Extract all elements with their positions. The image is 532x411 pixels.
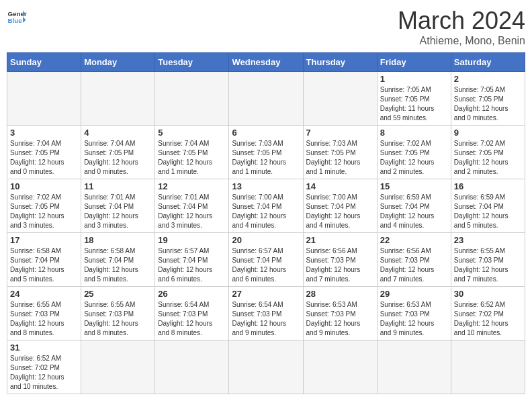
day-number: 26 (158, 289, 226, 299)
day-number: 8 (380, 128, 448, 138)
calendar-day-cell: 16Sunrise: 6:59 AM Sunset: 7:04 PM Dayli… (451, 179, 525, 233)
day-number: 28 (306, 289, 374, 299)
day-info: Sunrise: 7:00 AM Sunset: 7:04 PM Dayligh… (306, 193, 374, 230)
calendar-day-cell: 7Sunrise: 7:03 AM Sunset: 7:05 PM Daylig… (303, 126, 377, 179)
calendar-day-cell: 24Sunrise: 6:55 AM Sunset: 7:03 PM Dayli… (7, 287, 81, 340)
calendar-day-cell (81, 340, 155, 394)
day-number: 25 (84, 289, 152, 299)
calendar-day-cell (81, 72, 155, 126)
day-info: Sunrise: 7:04 AM Sunset: 7:05 PM Dayligh… (158, 139, 226, 177)
day-number: 5 (158, 128, 226, 138)
calendar-day-cell: 10Sunrise: 7:02 AM Sunset: 7:05 PM Dayli… (7, 179, 81, 233)
calendar-day-cell: 28Sunrise: 6:53 AM Sunset: 7:03 PM Dayli… (303, 287, 377, 340)
day-info: Sunrise: 7:02 AM Sunset: 7:05 PM Dayligh… (454, 139, 522, 177)
calendar-day-cell: 12Sunrise: 7:01 AM Sunset: 7:04 PM Dayli… (155, 179, 229, 233)
day-number: 7 (306, 128, 374, 138)
calendar-day-cell: 31Sunrise: 6:52 AM Sunset: 7:02 PM Dayli… (7, 340, 81, 394)
calendar-day-cell (451, 340, 525, 394)
day-info: Sunrise: 6:56 AM Sunset: 7:03 PM Dayligh… (380, 246, 448, 284)
calendar-week-row: 17Sunrise: 6:58 AM Sunset: 7:04 PM Dayli… (7, 233, 525, 287)
day-number: 30 (454, 289, 522, 299)
day-number: 16 (454, 181, 522, 191)
day-number: 9 (454, 128, 522, 138)
day-info: Sunrise: 7:00 AM Sunset: 7:04 PM Dayligh… (232, 193, 300, 230)
day-number: 3 (10, 128, 78, 138)
day-number: 17 (10, 235, 78, 245)
day-info: Sunrise: 7:05 AM Sunset: 7:05 PM Dayligh… (454, 85, 522, 123)
calendar-day-cell: 13Sunrise: 7:00 AM Sunset: 7:04 PM Dayli… (229, 179, 303, 233)
calendar-day-cell: 1Sunrise: 7:05 AM Sunset: 7:05 PM Daylig… (377, 72, 451, 126)
day-number: 23 (454, 235, 522, 245)
calendar-day-cell: 17Sunrise: 6:58 AM Sunset: 7:04 PM Dayli… (7, 233, 81, 287)
calendar-day-cell (7, 72, 81, 126)
day-info: Sunrise: 7:04 AM Sunset: 7:05 PM Dayligh… (84, 139, 152, 177)
day-info: Sunrise: 6:55 AM Sunset: 7:03 PM Dayligh… (10, 300, 78, 338)
calendar-day-cell (377, 340, 451, 394)
day-info: Sunrise: 7:05 AM Sunset: 7:05 PM Dayligh… (380, 85, 448, 123)
weekday-header-row: SundayMondayTuesdayWednesdayThursdayFrid… (7, 53, 525, 72)
day-info: Sunrise: 6:58 AM Sunset: 7:04 PM Dayligh… (84, 246, 152, 284)
calendar-day-cell: 3Sunrise: 7:04 AM Sunset: 7:05 PM Daylig… (7, 126, 81, 179)
weekday-header-cell: Saturday (451, 53, 525, 72)
calendar-day-cell (229, 72, 303, 126)
day-number: 20 (232, 235, 300, 245)
calendar-day-cell: 29Sunrise: 6:53 AM Sunset: 7:03 PM Dayli… (377, 287, 451, 340)
calendar-day-cell: 30Sunrise: 6:52 AM Sunset: 7:02 PM Dayli… (451, 287, 525, 340)
calendar-week-row: 31Sunrise: 6:52 AM Sunset: 7:02 PM Dayli… (7, 340, 525, 394)
day-info: Sunrise: 7:03 AM Sunset: 7:05 PM Dayligh… (232, 139, 300, 177)
day-number: 6 (232, 128, 300, 138)
day-number: 24 (10, 289, 78, 299)
calendar-day-cell: 11Sunrise: 7:01 AM Sunset: 7:04 PM Dayli… (81, 179, 155, 233)
day-number: 14 (306, 181, 374, 191)
day-info: Sunrise: 6:58 AM Sunset: 7:04 PM Dayligh… (10, 246, 78, 284)
day-number: 29 (380, 289, 448, 299)
weekday-header-cell: Thursday (303, 53, 377, 72)
calendar-day-cell (303, 72, 377, 126)
logo: General Blue (7, 7, 27, 27)
calendar-day-cell: 25Sunrise: 6:55 AM Sunset: 7:03 PM Dayli… (81, 287, 155, 340)
weekday-header-cell: Friday (377, 53, 451, 72)
calendar-day-cell: 4Sunrise: 7:04 AM Sunset: 7:05 PM Daylig… (81, 126, 155, 179)
svg-text:Blue: Blue (8, 17, 23, 24)
calendar-day-cell: 9Sunrise: 7:02 AM Sunset: 7:05 PM Daylig… (451, 126, 525, 179)
calendar-day-cell: 26Sunrise: 6:54 AM Sunset: 7:03 PM Dayli… (155, 287, 229, 340)
calendar-day-cell (155, 340, 229, 394)
calendar-week-row: 10Sunrise: 7:02 AM Sunset: 7:05 PM Dayli… (7, 179, 525, 233)
day-info: Sunrise: 7:01 AM Sunset: 7:04 PM Dayligh… (158, 193, 226, 230)
location-title: Athieme, Mono, Benin (398, 35, 525, 47)
day-info: Sunrise: 6:57 AM Sunset: 7:04 PM Dayligh… (158, 246, 226, 284)
calendar-day-cell: 22Sunrise: 6:56 AM Sunset: 7:03 PM Dayli… (377, 233, 451, 287)
calendar-day-cell: 5Sunrise: 7:04 AM Sunset: 7:05 PM Daylig… (155, 126, 229, 179)
day-info: Sunrise: 6:54 AM Sunset: 7:03 PM Dayligh… (158, 300, 226, 338)
day-number: 1 (380, 74, 448, 84)
calendar-day-cell: 21Sunrise: 6:56 AM Sunset: 7:03 PM Dayli… (303, 233, 377, 287)
calendar-day-cell: 18Sunrise: 6:58 AM Sunset: 7:04 PM Dayli… (81, 233, 155, 287)
day-info: Sunrise: 6:59 AM Sunset: 7:04 PM Dayligh… (454, 193, 522, 230)
calendar-day-cell: 14Sunrise: 7:00 AM Sunset: 7:04 PM Dayli… (303, 179, 377, 233)
day-number: 18 (84, 235, 152, 245)
calendar-day-cell (155, 72, 229, 126)
day-info: Sunrise: 6:55 AM Sunset: 7:03 PM Dayligh… (84, 300, 152, 338)
calendar-week-row: 3Sunrise: 7:04 AM Sunset: 7:05 PM Daylig… (7, 126, 525, 179)
day-number: 15 (380, 181, 448, 191)
calendar-day-cell: 15Sunrise: 6:59 AM Sunset: 7:04 PM Dayli… (377, 179, 451, 233)
day-number: 13 (232, 181, 300, 191)
calendar-day-cell: 19Sunrise: 6:57 AM Sunset: 7:04 PM Dayli… (155, 233, 229, 287)
day-number: 12 (158, 181, 226, 191)
day-info: Sunrise: 6:53 AM Sunset: 7:03 PM Dayligh… (380, 300, 448, 338)
day-info: Sunrise: 7:02 AM Sunset: 7:05 PM Dayligh… (10, 193, 78, 230)
day-info: Sunrise: 6:59 AM Sunset: 7:04 PM Dayligh… (380, 193, 448, 230)
day-info: Sunrise: 6:53 AM Sunset: 7:03 PM Dayligh… (306, 300, 374, 338)
calendar-day-cell: 8Sunrise: 7:02 AM Sunset: 7:05 PM Daylig… (377, 126, 451, 179)
day-number: 21 (306, 235, 374, 245)
day-number: 19 (158, 235, 226, 245)
calendar-week-row: 24Sunrise: 6:55 AM Sunset: 7:03 PM Dayli… (7, 287, 525, 340)
calendar-day-cell: 27Sunrise: 6:54 AM Sunset: 7:03 PM Dayli… (229, 287, 303, 340)
weekday-header-cell: Sunday (7, 53, 81, 72)
day-info: Sunrise: 6:52 AM Sunset: 7:02 PM Dayligh… (454, 300, 522, 338)
day-number: 2 (454, 74, 522, 84)
day-info: Sunrise: 6:52 AM Sunset: 7:02 PM Dayligh… (10, 354, 78, 392)
day-info: Sunrise: 7:03 AM Sunset: 7:05 PM Dayligh… (306, 139, 374, 177)
calendar-day-cell: 20Sunrise: 6:57 AM Sunset: 7:04 PM Dayli… (229, 233, 303, 287)
header: General Blue March 2024 Athieme, Mono, B… (7, 7, 525, 47)
